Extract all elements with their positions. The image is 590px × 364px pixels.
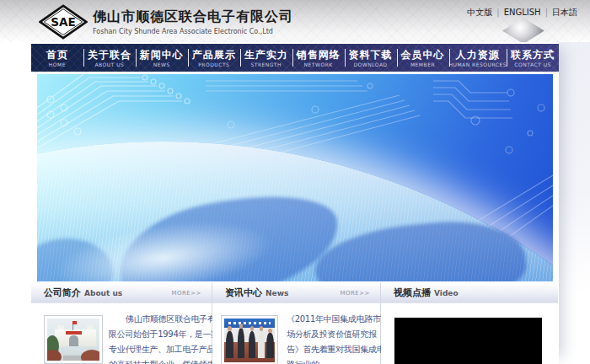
company-photo[interactable]	[44, 315, 103, 364]
nav-item-member[interactable]: 会员中心 MEMBER	[397, 44, 449, 72]
brand: SAE 佛山市顺德区联合电子有限公司 Foshan City Shunde Ar…	[39, 4, 293, 40]
metal-diamond-icon	[502, 18, 544, 44]
nav-item-download[interactable]: 资料下载 DOWNLOAD	[345, 44, 397, 72]
section-video: 视频点播 Video	[381, 283, 558, 364]
section-video-header: 视频点播 Video	[381, 283, 558, 303]
lang-japanese-link[interactable]: 日本語	[548, 8, 582, 17]
section-about: 公司简介 About us MORE>> 佛山市顺德区联合电子有限公司始创于19…	[31, 283, 212, 364]
section-title-zh: 公司简介	[44, 286, 81, 299]
news-item-text[interactable]: 《2011年中国集成电路市场分析及投资价值研究报告》首先着重对我国集成电路行业的…	[287, 312, 386, 364]
about-more-link[interactable]: MORE>>	[171, 290, 201, 297]
news-photo[interactable]	[221, 315, 278, 364]
lang-english-link[interactable]: ENGLISH	[500, 8, 545, 17]
content-area: 首页 HOME 关于联合 ABOUT US 新闻中心 NEWS 产品展示 PRO…	[31, 42, 559, 364]
hero-banner-image	[37, 74, 553, 281]
nav-item-network[interactable]: 销售网络 NETWORK	[292, 44, 345, 72]
section-title-en: Video	[434, 289, 459, 297]
nav-item-hr[interactable]: 人力资源 HUMAN RESOURCES	[449, 44, 507, 72]
nav-item-strength[interactable]: 生产实力 STRENGTH	[240, 44, 292, 72]
banner-tint-overlay	[37, 74, 553, 281]
main-nav: 首页 HOME 关于联合 ABOUT US 新闻中心 NEWS 产品展示 PRO…	[31, 44, 559, 72]
section-title-zh: 资讯中心	[225, 286, 262, 299]
nav-item-about[interactable]: 关于联合 ABOUT US	[83, 44, 136, 72]
video-player[interactable]	[394, 318, 542, 364]
company-name-zh: 佛山市顺德区联合电子有限公司	[93, 8, 293, 26]
site-header: SAE 佛山市顺德区联合电子有限公司 Foshan City Shunde Ar…	[0, 0, 590, 42]
language-bar: 中文版|ENGLISH|日本語	[463, 7, 582, 19]
section-news-header: 资讯中心 News MORE>>	[212, 283, 380, 303]
nav-item-news[interactable]: 新闻中心 NEWS	[136, 44, 188, 72]
section-about-header: 公司简介 About us MORE>>	[31, 283, 212, 303]
bottom-sections: 公司简介 About us MORE>> 佛山市顺德区联合电子有限公司始创于19…	[31, 283, 559, 364]
nav-item-contact[interactable]: 联系方式 CONTACT US	[507, 44, 559, 72]
nav-item-products[interactable]: 产品展示 PRODUCTS	[188, 44, 240, 72]
section-news: 资讯中心 News MORE>> 《2011年中国集成电路市场分析及投资价值研究…	[212, 283, 381, 364]
news-more-link[interactable]: MORE>>	[340, 290, 370, 297]
company-name-en: Foshan City Shunde Area Associate Electr…	[93, 28, 293, 35]
page-background-tint	[559, 42, 590, 295]
section-title-zh: 视频点播	[394, 286, 431, 299]
lang-chinese-link[interactable]: 中文版	[463, 8, 496, 17]
company-intro-text: 佛山市顺德区联合电子有限公司始创于1994年，是一家专业代理生产、加工电子产品的…	[109, 312, 220, 364]
sae-logo-icon: SAE	[39, 4, 88, 40]
logo-text: SAE	[51, 15, 76, 29]
section-title-en: News	[266, 289, 288, 297]
nav-item-home[interactable]: 首页 HOME	[31, 44, 83, 72]
section-title-en: About us	[84, 289, 122, 297]
